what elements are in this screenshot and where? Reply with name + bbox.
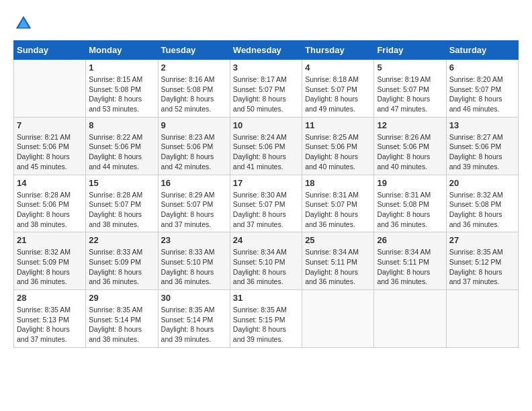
day-info: Sunrise: 8:17 AMSunset: 5:07 PMDaylight:… — [233, 75, 299, 114]
day-number: 14 — [17, 178, 83, 188]
day-number: 2 — [161, 62, 227, 73]
day-number: 21 — [17, 235, 83, 245]
calendar-cell: 5Sunrise: 8:19 AMSunset: 5:07 PMDaylight… — [374, 60, 446, 118]
day-info: Sunrise: 8:35 AMSunset: 5:15 PMDaylight:… — [233, 305, 299, 345]
day-info: Sunrise: 8:25 AMSunset: 5:06 PMDaylight:… — [305, 132, 371, 172]
day-number: 12 — [377, 120, 443, 130]
weekday-header: Saturday — [446, 41, 518, 60]
day-number: 5 — [377, 62, 443, 73]
calendar-cell: 19Sunrise: 8:31 AMSunset: 5:08 PMDayligh… — [374, 175, 446, 232]
day-number: 10 — [233, 120, 299, 130]
day-number: 6 — [449, 62, 515, 73]
calendar-cell: 29Sunrise: 8:35 AMSunset: 5:14 PMDayligh… — [86, 290, 158, 348]
day-info: Sunrise: 8:19 AMSunset: 5:07 PMDaylight:… — [377, 75, 443, 114]
day-info: Sunrise: 8:20 AMSunset: 5:07 PMDaylight:… — [449, 75, 515, 114]
calendar-table: SundayMondayTuesdayWednesdayThursdayFrid… — [13, 40, 519, 348]
day-info: Sunrise: 8:24 AMSunset: 5:06 PMDaylight:… — [233, 132, 299, 172]
day-info: Sunrise: 8:26 AMSunset: 5:06 PMDaylight:… — [377, 132, 443, 172]
day-number: 23 — [161, 235, 227, 245]
day-info: Sunrise: 8:34 AMSunset: 5:11 PMDaylight:… — [377, 247, 443, 287]
calendar-cell: 11Sunrise: 8:25 AMSunset: 5:06 PMDayligh… — [302, 117, 374, 175]
day-info: Sunrise: 8:31 AMSunset: 5:07 PMDaylight:… — [305, 190, 371, 230]
day-info: Sunrise: 8:21 AMSunset: 5:06 PMDaylight:… — [17, 132, 83, 172]
day-info: Sunrise: 8:32 AMSunset: 5:09 PMDaylight:… — [17, 247, 83, 287]
day-number: 22 — [89, 235, 154, 245]
weekday-header: Thursday — [302, 41, 374, 60]
day-number: 26 — [377, 235, 443, 245]
logo-icon — [13, 13, 34, 34]
day-info: Sunrise: 8:23 AMSunset: 5:06 PMDaylight:… — [161, 132, 227, 172]
weekday-header: Wednesday — [230, 41, 302, 60]
calendar-cell: 20Sunrise: 8:32 AMSunset: 5:08 PMDayligh… — [446, 175, 518, 232]
day-number: 7 — [17, 120, 83, 130]
day-number: 27 — [449, 235, 515, 245]
day-info: Sunrise: 8:34 AMSunset: 5:11 PMDaylight:… — [305, 247, 371, 287]
day-number: 18 — [305, 178, 371, 188]
calendar-cell: 22Sunrise: 8:33 AMSunset: 5:09 PMDayligh… — [86, 232, 158, 290]
weekday-header: Friday — [374, 41, 446, 60]
calendar-cell: 15Sunrise: 8:28 AMSunset: 5:07 PMDayligh… — [86, 175, 158, 232]
calendar-week-row: 28Sunrise: 8:35 AMSunset: 5:13 PMDayligh… — [14, 290, 519, 348]
calendar-cell: 27Sunrise: 8:35 AMSunset: 5:12 PMDayligh… — [446, 232, 518, 290]
calendar-cell: 12Sunrise: 8:26 AMSunset: 5:06 PMDayligh… — [374, 117, 446, 175]
day-info: Sunrise: 8:29 AMSunset: 5:07 PMDaylight:… — [161, 190, 227, 230]
page-header — [13, 13, 519, 34]
day-number: 8 — [89, 120, 154, 130]
day-number: 11 — [305, 120, 371, 130]
calendar-cell: 23Sunrise: 8:33 AMSunset: 5:10 PMDayligh… — [158, 232, 230, 290]
day-number: 15 — [89, 178, 154, 188]
calendar-cell: 14Sunrise: 8:28 AMSunset: 5:06 PMDayligh… — [14, 175, 86, 232]
day-number: 29 — [89, 293, 154, 303]
calendar-cell: 4Sunrise: 8:18 AMSunset: 5:07 PMDaylight… — [302, 60, 374, 118]
calendar-cell: 16Sunrise: 8:29 AMSunset: 5:07 PMDayligh… — [158, 175, 230, 232]
day-info: Sunrise: 8:15 AMSunset: 5:08 PMDaylight:… — [89, 75, 154, 114]
day-number: 24 — [233, 235, 299, 245]
day-info: Sunrise: 8:27 AMSunset: 5:06 PMDaylight:… — [449, 132, 515, 172]
day-info: Sunrise: 8:35 AMSunset: 5:12 PMDaylight:… — [449, 247, 515, 287]
calendar-cell: 13Sunrise: 8:27 AMSunset: 5:06 PMDayligh… — [446, 117, 518, 175]
day-info: Sunrise: 8:31 AMSunset: 5:08 PMDaylight:… — [377, 190, 443, 230]
day-number: 19 — [377, 178, 443, 188]
calendar-cell — [302, 290, 374, 348]
day-info: Sunrise: 8:18 AMSunset: 5:07 PMDaylight:… — [305, 75, 371, 114]
calendar-cell — [374, 290, 446, 348]
day-info: Sunrise: 8:28 AMSunset: 5:06 PMDaylight:… — [17, 190, 83, 230]
calendar-cell: 9Sunrise: 8:23 AMSunset: 5:06 PMDaylight… — [158, 117, 230, 175]
day-info: Sunrise: 8:35 AMSunset: 5:13 PMDaylight:… — [17, 305, 83, 345]
weekday-header: Tuesday — [158, 41, 230, 60]
weekday-header-row: SundayMondayTuesdayWednesdayThursdayFrid… — [14, 41, 519, 60]
calendar-week-row: 7Sunrise: 8:21 AMSunset: 5:06 PMDaylight… — [14, 117, 519, 175]
day-number: 30 — [161, 293, 227, 303]
calendar-cell: 6Sunrise: 8:20 AMSunset: 5:07 PMDaylight… — [446, 60, 518, 118]
calendar-cell: 1Sunrise: 8:15 AMSunset: 5:08 PMDaylight… — [86, 60, 158, 118]
day-number: 16 — [161, 178, 227, 188]
calendar-cell: 2Sunrise: 8:16 AMSunset: 5:08 PMDaylight… — [158, 60, 230, 118]
calendar-cell — [446, 290, 518, 348]
day-info: Sunrise: 8:35 AMSunset: 5:14 PMDaylight:… — [89, 305, 154, 345]
day-info: Sunrise: 8:33 AMSunset: 5:10 PMDaylight:… — [161, 247, 227, 287]
calendar-cell: 8Sunrise: 8:22 AMSunset: 5:06 PMDaylight… — [86, 117, 158, 175]
day-number: 17 — [233, 178, 299, 188]
day-number: 25 — [305, 235, 371, 245]
weekday-header: Monday — [86, 41, 158, 60]
day-info: Sunrise: 8:28 AMSunset: 5:07 PMDaylight:… — [89, 190, 154, 230]
day-info: Sunrise: 8:33 AMSunset: 5:09 PMDaylight:… — [89, 247, 154, 287]
calendar-cell: 26Sunrise: 8:34 AMSunset: 5:11 PMDayligh… — [374, 232, 446, 290]
day-info: Sunrise: 8:22 AMSunset: 5:06 PMDaylight:… — [89, 132, 154, 172]
day-number: 28 — [17, 293, 83, 303]
day-info: Sunrise: 8:32 AMSunset: 5:08 PMDaylight:… — [449, 190, 515, 230]
calendar-cell: 21Sunrise: 8:32 AMSunset: 5:09 PMDayligh… — [14, 232, 86, 290]
day-info: Sunrise: 8:16 AMSunset: 5:08 PMDaylight:… — [161, 75, 227, 114]
calendar-cell: 25Sunrise: 8:34 AMSunset: 5:11 PMDayligh… — [302, 232, 374, 290]
logo — [13, 13, 36, 34]
day-number: 4 — [305, 62, 371, 73]
day-info: Sunrise: 8:30 AMSunset: 5:07 PMDaylight:… — [233, 190, 299, 230]
day-number: 3 — [233, 62, 299, 73]
day-info: Sunrise: 8:34 AMSunset: 5:10 PMDaylight:… — [233, 247, 299, 287]
day-number: 31 — [233, 293, 299, 303]
calendar-cell — [14, 60, 86, 118]
day-number: 13 — [449, 120, 515, 130]
day-number: 9 — [161, 120, 227, 130]
day-info: Sunrise: 8:35 AMSunset: 5:14 PMDaylight:… — [161, 305, 227, 345]
calendar-cell: 18Sunrise: 8:31 AMSunset: 5:07 PMDayligh… — [302, 175, 374, 232]
